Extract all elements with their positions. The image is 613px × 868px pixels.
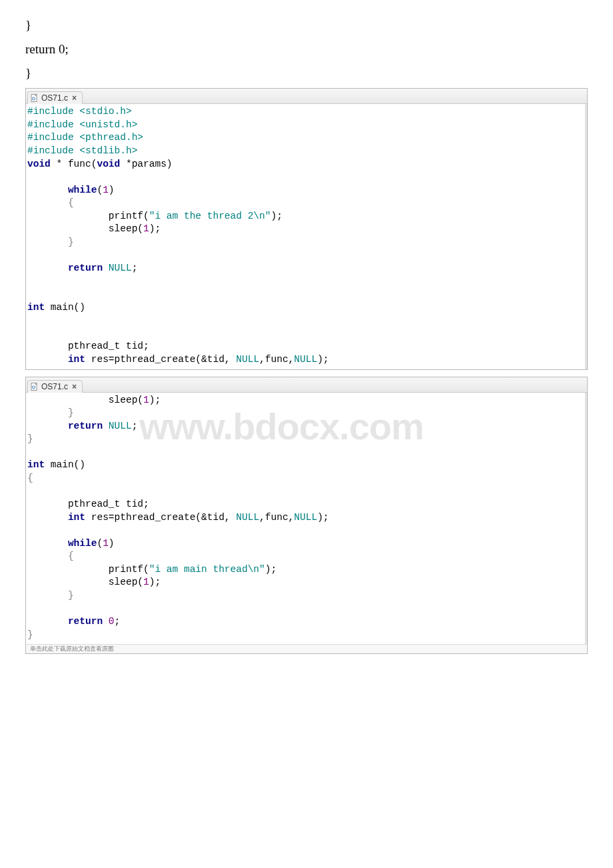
code-line: #include <stdlib.h> <box>27 145 585 158</box>
code-line: while(1) <box>27 537 585 551</box>
code-line: } <box>27 407 585 420</box>
code-line: int main() <box>27 459 585 472</box>
code-line: int res=pthread_create(&tid, NULL,func,N… <box>27 511 585 525</box>
code-line <box>27 275 585 289</box>
close-icon[interactable]: × <box>71 382 78 391</box>
code-line: #include <pthread.h> <box>27 131 585 145</box>
code-line: return 0; <box>27 615 585 629</box>
code-line: { <box>27 197 585 210</box>
code-line: { <box>27 550 585 563</box>
code-editor-panel-2: OS71.c × www.bdocx.com sleep(1); } retur… <box>25 377 588 655</box>
file-tab[interactable]: OS71.c × <box>27 380 83 393</box>
code-line: } <box>27 629 585 642</box>
prose-line: } <box>25 13 600 37</box>
code-line <box>27 249 585 262</box>
file-c-icon <box>31 383 39 391</box>
code-line: } <box>27 236 585 249</box>
code-line <box>27 288 585 301</box>
code-line <box>27 524 585 537</box>
code-line <box>27 314 585 327</box>
status-footer: 单击此处下载原始文档查看原图 <box>26 644 587 653</box>
file-c-icon <box>31 94 39 102</box>
code-line: while(1) <box>27 184 585 197</box>
code-line: pthread_t tid; <box>27 340 585 353</box>
code-line: sleep(1); <box>27 576 585 589</box>
code-line: printf("i am main thread\n"); <box>27 563 585 577</box>
code-line: } <box>27 433 585 446</box>
code-line: sleep(1); <box>27 223 585 236</box>
code-area[interactable]: sleep(1); } return NULL;} int main(){ pt… <box>26 393 587 645</box>
tab-filename: OS71.c <box>41 382 68 391</box>
code-line: printf("i am the thread 2\n"); <box>27 210 585 223</box>
prose-block: } return 0; } <box>13 13 600 85</box>
code-editor-panel-1: OS71.c × #include <stdio.h>#include <uni… <box>25 88 588 369</box>
document-page: } return 0; } OS71.c × #include <stdio.h… <box>0 0 613 667</box>
code-line: int main() <box>27 301 585 315</box>
tab-filename: OS71.c <box>41 93 68 103</box>
code-line <box>27 485 585 498</box>
tab-bar: OS71.c × <box>26 89 587 104</box>
code-line: #include <unistd.h> <box>27 119 585 132</box>
code-line: void * func(void *params) <box>27 158 585 171</box>
tab-bar: OS71.c × <box>26 377 587 393</box>
close-icon[interactable]: × <box>71 93 78 103</box>
code-line: return NULL; <box>27 420 585 433</box>
code-line <box>27 327 585 341</box>
prose-line: return 0; <box>25 37 600 61</box>
code-line <box>27 171 585 184</box>
code-area[interactable]: #include <stdio.h>#include <unistd.h>#in… <box>26 104 587 369</box>
code-line: { <box>27 472 585 485</box>
code-line: return NULL; <box>27 262 585 275</box>
code-line: int res=pthread_create(&tid, NULL,func,N… <box>27 353 585 367</box>
code-line <box>27 446 585 459</box>
code-line: #include <stdio.h> <box>27 105 585 119</box>
code-line: pthread_t tid; <box>27 498 585 511</box>
code-line: sleep(1); <box>27 394 585 407</box>
file-tab[interactable]: OS71.c × <box>27 91 83 104</box>
code-line: } <box>27 589 585 603</box>
prose-line: } <box>25 61 600 85</box>
code-line <box>27 603 585 616</box>
